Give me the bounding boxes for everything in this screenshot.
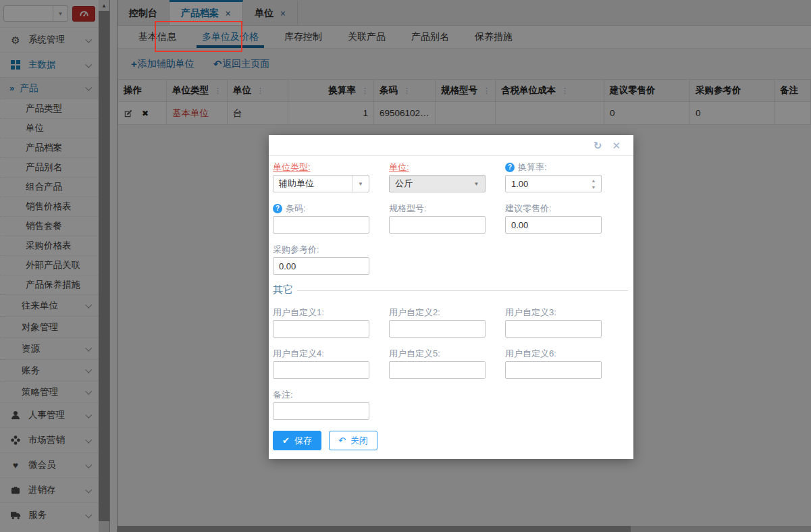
dialog-body: 单位类型: 辅助单位 ▼ 单位: 公斤 ▼ ? 换算率: [269, 156, 633, 459]
note-label: 备注: [273, 390, 369, 400]
custom3-label: 用户自定义3: [505, 307, 602, 317]
save-button[interactable]: ✔ 保存 [273, 431, 321, 450]
back-arrow-icon: ↶ [338, 436, 346, 445]
unit-label: 单位: [389, 162, 486, 172]
other-section-header: 其它 [273, 284, 628, 296]
save-button-label: 保存 [294, 435, 312, 447]
custom1-label: 用户自定义1: [273, 307, 369, 317]
rate-input[interactable] [506, 179, 586, 189]
help-icon[interactable]: ? [505, 163, 515, 172]
purchase-label: 采购参考价: [273, 244, 369, 255]
custom2-label: 用户自定义2: [389, 307, 486, 317]
spec-input[interactable] [389, 216, 486, 234]
barcode-label: ? 条码: [273, 203, 369, 213]
spec-label: 规格型号: [389, 203, 486, 213]
close-button-label: 关闭 [350, 435, 368, 447]
dialog-header: ↻ ✕ [269, 135, 633, 156]
custom2-input[interactable] [389, 320, 486, 338]
custom1-input[interactable] [273, 320, 369, 338]
custom3-input[interactable] [505, 320, 602, 338]
retail-input[interactable] [505, 216, 602, 234]
caret-down-icon[interactable]: ▼ [468, 176, 485, 192]
other-section-title: 其它 [273, 284, 293, 296]
custom6-input[interactable] [505, 361, 602, 379]
dialog-buttons: ✔ 保存 ↶ 关闭 [273, 431, 628, 450]
help-icon[interactable]: ? [273, 204, 282, 213]
unit-type-value: 辅助单位 [273, 178, 352, 190]
custom5-label: 用户自定义5: [389, 348, 486, 358]
rate-spinner: ▲ ▼ [505, 175, 602, 192]
unit-type-label: 单位类型: [273, 162, 369, 172]
unit-select[interactable]: 公斤 ▼ [389, 175, 486, 192]
unit-edit-dialog: ↻ ✕ 单位类型: 辅助单位 ▼ 单位: 公斤 ▼ ? [269, 135, 633, 459]
section-divider [297, 290, 628, 291]
custom4-input[interactable] [273, 361, 369, 379]
purchase-input[interactable] [273, 257, 369, 275]
caret-down-icon[interactable]: ▼ [352, 176, 369, 192]
refresh-icon[interactable]: ↻ [594, 140, 602, 151]
unit-value: 公斤 [390, 178, 468, 190]
note-input[interactable] [273, 402, 369, 420]
custom4-label: 用户自定义4: [273, 348, 369, 358]
rate-label: ? 换算率: [505, 162, 602, 172]
close-icon[interactable]: ✕ [612, 140, 621, 151]
custom5-input[interactable] [389, 361, 486, 379]
retail-label: 建议零售价: [505, 203, 602, 213]
unit-type-select[interactable]: 辅助单位 ▼ [273, 175, 369, 192]
spinner-up-icon[interactable]: ▲ [592, 178, 596, 183]
barcode-input[interactable] [273, 216, 369, 234]
close-button[interactable]: ↶ 关闭 [329, 431, 377, 450]
spinner-down-icon[interactable]: ▼ [592, 185, 596, 190]
custom6-label: 用户自定义6: [505, 348, 602, 358]
check-icon: ✔ [282, 436, 290, 445]
